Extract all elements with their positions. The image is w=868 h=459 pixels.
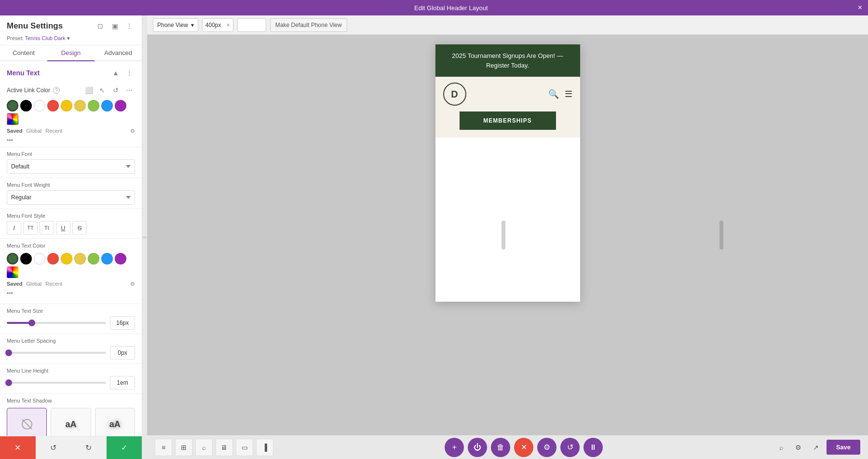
uppercase-btn[interactable]: TT <box>23 221 38 235</box>
close-icon[interactable]: × <box>858 3 862 12</box>
confirm-button[interactable]: ✓ <box>107 436 142 459</box>
shadow-none[interactable] <box>7 408 47 436</box>
sidebar-title-row: Menu Settings ⊡ ▣ ⋮ <box>7 20 135 32</box>
swatch-yellow[interactable] <box>61 100 72 111</box>
tc-global-tab[interactable]: Global <box>26 281 41 287</box>
power-button[interactable]: ⏻ <box>468 438 487 457</box>
italic-btn[interactable]: I <box>7 221 21 235</box>
recent-tab[interactable]: Recent <box>45 128 62 134</box>
tc-swatch-green[interactable] <box>7 253 18 264</box>
text-size-track[interactable] <box>7 322 106 324</box>
tc-custom-color-icon[interactable] <box>7 266 18 278</box>
resize-handle[interactable]: ⇔ <box>142 15 147 459</box>
tablet-icon-btn[interactable]: ▭ <box>236 439 253 456</box>
strikethrough-btn[interactable]: S <box>72 221 87 235</box>
cursor-icon[interactable]: ↖ <box>96 84 108 96</box>
settings-circle-button[interactable]: ⚙ <box>537 438 556 457</box>
collapse-icon[interactable]: ▲ <box>110 67 122 79</box>
swatch-blue[interactable] <box>101 100 113 111</box>
text-size-input[interactable] <box>110 316 135 330</box>
tc-saved-tab[interactable]: Saved <box>7 281 22 287</box>
tab-design[interactable]: Design <box>47 45 95 61</box>
copy-color-icon[interactable]: ⬜ <box>83 84 95 96</box>
menu-letter-spacing-field: Menu Letter Spacing <box>0 334 142 363</box>
px-value-input[interactable] <box>205 22 225 28</box>
tc-swatch-black[interactable] <box>20 253 32 264</box>
preview-memberships: MEMBERSHIPS <box>435 111 580 138</box>
more-options-icon[interactable]: ⋮ <box>123 20 135 32</box>
letter-spacing-track[interactable] <box>7 352 106 354</box>
swatch-green-active[interactable] <box>7 100 18 111</box>
capitalize-btn[interactable]: Tt <box>40 221 54 235</box>
px-clear-icon[interactable]: × <box>227 22 230 28</box>
swatch-purple[interactable] <box>115 100 126 111</box>
swatch-gold[interactable] <box>74 100 86 111</box>
tc-swatch-red[interactable] <box>47 253 59 264</box>
pause-circle-button[interactable]: ⏸ <box>583 438 603 457</box>
search-icon-btn[interactable]: ⌕ <box>195 439 213 456</box>
custom-color-icon[interactable] <box>7 113 18 125</box>
make-default-button[interactable]: Make Default Phone View <box>270 18 347 32</box>
search-nav-icon[interactable]: 🔍 <box>548 89 559 99</box>
saved-tab-active[interactable]: Saved <box>7 128 22 134</box>
preset-label[interactable]: Preset: Tennis Club Dark ▾ <box>7 35 70 41</box>
columns-icon[interactable]: ▣ <box>109 20 121 32</box>
shadow-style-2[interactable]: aA <box>95 408 135 436</box>
undo-button[interactable]: ↺ <box>36 436 71 459</box>
redo-button[interactable]: ↻ <box>71 436 107 459</box>
view-selector[interactable]: Phone View ▾ <box>153 18 198 32</box>
letter-spacing-input[interactable] <box>110 346 135 360</box>
swatch-red[interactable] <box>47 100 59 111</box>
tc-swatch-purple[interactable] <box>115 253 126 264</box>
tc-swatch-lime[interactable] <box>88 253 99 264</box>
grid-icon-btn[interactable]: ⊞ <box>175 439 192 456</box>
letter-spacing-thumb[interactable] <box>5 349 12 356</box>
right-settings-icon[interactable]: ⚙ <box>792 441 805 454</box>
help-icon[interactable]: ? <box>53 87 60 94</box>
tc-swatch-gold[interactable] <box>74 253 86 264</box>
tc-settings-icon[interactable]: ⚙ <box>130 281 135 287</box>
settings-gear-icon[interactable]: ⚙ <box>130 128 135 134</box>
right-external-icon[interactable]: ↗ <box>809 441 823 454</box>
text-size-thumb[interactable] <box>28 320 35 326</box>
line-height-track[interactable] <box>7 382 106 384</box>
menu-font-weight-select[interactable]: Regular <box>7 190 135 205</box>
swatch-white[interactable] <box>34 100 45 111</box>
global-tab[interactable]: Global <box>26 128 41 134</box>
right-drag-handle[interactable] <box>719 221 723 250</box>
line-height-input[interactable] <box>110 376 135 389</box>
phone-icon-btn[interactable]: ▐ <box>256 439 273 456</box>
section-more-icon[interactable]: ⋮ <box>123 67 135 79</box>
tc-swatch-blue[interactable] <box>101 253 113 264</box>
preview-nav-icons: 🔍 ☰ <box>548 89 572 99</box>
layout-icon-btn[interactable]: ≡ <box>155 439 172 456</box>
swatch-black[interactable] <box>20 100 32 111</box>
tc-recent-tab[interactable]: Recent <box>45 281 62 287</box>
right-search-icon[interactable]: ⌕ <box>774 441 788 454</box>
trash-button[interactable]: 🗑 <box>491 438 510 457</box>
line-height-thumb[interactable] <box>5 379 12 386</box>
save-button[interactable]: Save <box>827 440 860 455</box>
tab-advanced[interactable]: Advanced <box>95 45 142 61</box>
logo-letter: D <box>451 89 458 100</box>
view-selector-chevron: ▾ <box>191 22 194 28</box>
fullscreen-icon[interactable]: ⊡ <box>95 20 106 32</box>
close-circle-button[interactable]: ✕ <box>514 438 533 457</box>
left-drag-handle[interactable] <box>502 221 505 250</box>
shadow-style-1[interactable]: aA <box>51 408 91 436</box>
history-circle-button[interactable]: ↺ <box>560 438 580 457</box>
add-button[interactable]: + <box>445 438 464 457</box>
memberships-button[interactable]: MEMBERSHIPS <box>460 111 556 130</box>
extra-input[interactable] <box>237 18 266 32</box>
tab-content[interactable]: Content <box>0 45 47 61</box>
menu-nav-icon[interactable]: ☰ <box>565 89 572 99</box>
underline-btn[interactable]: U <box>56 221 70 235</box>
cancel-button[interactable]: ✕ <box>0 436 36 459</box>
tc-swatch-white[interactable] <box>34 253 45 264</box>
reset-color-icon[interactable]: ↺ <box>110 84 122 96</box>
desktop-icon-btn[interactable]: 🖥 <box>216 439 233 456</box>
tc-swatch-yellow[interactable] <box>61 253 72 264</box>
menu-font-select[interactable]: Default <box>7 159 135 174</box>
swatch-lime[interactable] <box>88 100 99 111</box>
color-more-icon[interactable]: ⋯ <box>123 84 135 96</box>
